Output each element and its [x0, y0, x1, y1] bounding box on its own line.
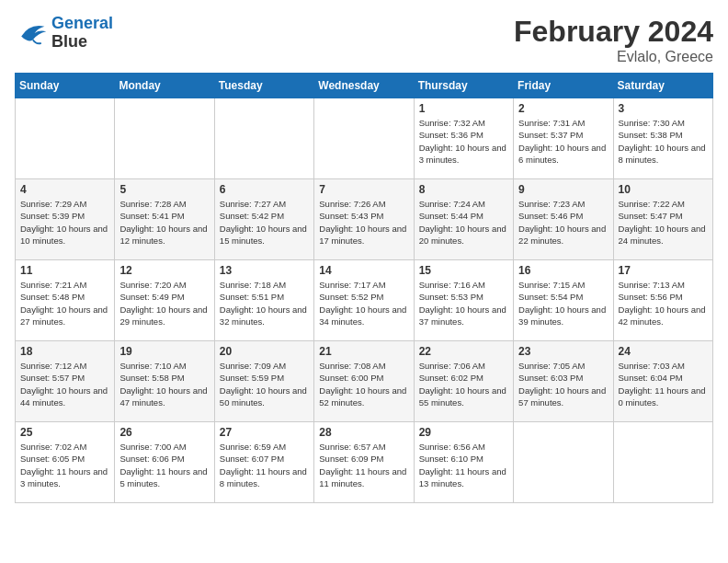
day-info: Sunrise: 7:00 AM Sunset: 6:06 PM Dayligh…	[119, 441, 209, 489]
day-number: 23	[518, 345, 608, 358]
day-info: Sunrise: 7:05 AM Sunset: 6:03 PM Dayligh…	[518, 360, 608, 408]
day-number: 16	[518, 264, 608, 277]
day-info: Sunrise: 7:23 AM Sunset: 5:46 PM Dayligh…	[518, 198, 608, 247]
calendar-cell: 24Sunrise: 7:03 AM Sunset: 6:04 PM Dayli…	[613, 341, 712, 422]
day-info: Sunrise: 7:06 AM Sunset: 6:02 PM Dayligh…	[419, 360, 508, 408]
calendar-cell: 19Sunrise: 7:10 AM Sunset: 5:58 PM Dayli…	[115, 341, 214, 422]
weekday-header: Sunday	[16, 74, 115, 98]
calendar-cell: 9Sunrise: 7:23 AM Sunset: 5:46 PM Daylig…	[514, 179, 613, 260]
logo-text: General Blue	[51, 15, 113, 52]
calendar-cell: 1Sunrise: 7:32 AM Sunset: 5:36 PM Daylig…	[414, 98, 513, 179]
weekday-row: SundayMondayTuesdayWednesdayThursdayFrid…	[16, 74, 713, 98]
day-number: 13	[220, 264, 309, 277]
calendar-cell: 12Sunrise: 7:20 AM Sunset: 5:49 PM Dayli…	[115, 260, 214, 341]
calendar-cell: 13Sunrise: 7:18 AM Sunset: 5:51 PM Dayli…	[214, 260, 313, 341]
calendar-week-row: 25Sunrise: 7:02 AM Sunset: 6:05 PM Dayli…	[16, 422, 713, 503]
calendar-cell: 21Sunrise: 7:08 AM Sunset: 6:00 PM Dayli…	[314, 341, 414, 422]
day-number: 24	[619, 345, 708, 358]
calendar-cell: 6Sunrise: 7:27 AM Sunset: 5:42 PM Daylig…	[214, 179, 313, 260]
day-number: 22	[419, 345, 508, 358]
day-number: 11	[20, 264, 109, 277]
weekday-header: Wednesday	[314, 74, 414, 98]
day-info: Sunrise: 6:57 AM Sunset: 6:09 PM Dayligh…	[319, 441, 408, 489]
day-number: 29	[419, 426, 508, 439]
calendar-cell: 17Sunrise: 7:13 AM Sunset: 5:56 PM Dayli…	[613, 260, 712, 341]
day-number: 10	[619, 183, 708, 196]
day-info: Sunrise: 7:22 AM Sunset: 5:47 PM Dayligh…	[619, 198, 708, 247]
day-info: Sunrise: 7:20 AM Sunset: 5:49 PM Dayligh…	[119, 279, 209, 327]
weekday-header: Friday	[514, 74, 613, 98]
day-number: 26	[119, 426, 209, 439]
day-number: 7	[319, 183, 408, 196]
day-info: Sunrise: 7:09 AM Sunset: 5:59 PM Dayligh…	[220, 360, 309, 408]
day-number: 21	[319, 345, 408, 358]
weekday-header: Saturday	[613, 74, 712, 98]
calendar-body: 1Sunrise: 7:32 AM Sunset: 5:36 PM Daylig…	[16, 98, 713, 503]
calendar-cell: 25Sunrise: 7:02 AM Sunset: 6:05 PM Dayli…	[16, 422, 115, 503]
calendar-cell	[115, 98, 214, 179]
calendar-title: February 2024	[514, 15, 713, 49]
day-info: Sunrise: 6:59 AM Sunset: 6:07 PM Dayligh…	[220, 441, 309, 489]
day-number: 9	[518, 183, 608, 196]
day-info: Sunrise: 7:08 AM Sunset: 6:00 PM Dayligh…	[319, 360, 408, 408]
calendar-cell: 23Sunrise: 7:05 AM Sunset: 6:03 PM Dayli…	[514, 341, 613, 422]
day-info: Sunrise: 7:16 AM Sunset: 5:53 PM Dayligh…	[419, 279, 508, 327]
calendar-cell	[16, 98, 115, 179]
day-info: Sunrise: 7:30 AM Sunset: 5:38 PM Dayligh…	[619, 117, 708, 166]
day-number: 5	[119, 183, 209, 196]
day-info: Sunrise: 7:21 AM Sunset: 5:48 PM Dayligh…	[20, 279, 109, 327]
page-header: General Blue February 2024 Evlalo, Greec…	[15, 15, 713, 65]
day-info: Sunrise: 7:29 AM Sunset: 5:39 PM Dayligh…	[20, 198, 109, 247]
calendar-cell: 26Sunrise: 7:00 AM Sunset: 6:06 PM Dayli…	[115, 422, 214, 503]
day-number: 20	[220, 345, 309, 358]
day-number: 6	[220, 183, 309, 196]
title-block: February 2024 Evlalo, Greece	[514, 15, 713, 65]
day-number: 14	[319, 264, 408, 277]
day-info: Sunrise: 7:12 AM Sunset: 5:57 PM Dayligh…	[20, 360, 109, 408]
logo-icon	[15, 19, 48, 47]
calendar-cell: 18Sunrise: 7:12 AM Sunset: 5:57 PM Dayli…	[16, 341, 115, 422]
day-number: 28	[319, 426, 408, 439]
calendar-cell	[613, 422, 712, 503]
day-info: Sunrise: 7:27 AM Sunset: 5:42 PM Dayligh…	[220, 198, 309, 247]
calendar-table: SundayMondayTuesdayWednesdayThursdayFrid…	[15, 73, 713, 503]
weekday-header: Monday	[115, 74, 214, 98]
calendar-cell: 10Sunrise: 7:22 AM Sunset: 5:47 PM Dayli…	[613, 179, 712, 260]
day-number: 25	[20, 426, 109, 439]
calendar-week-row: 18Sunrise: 7:12 AM Sunset: 5:57 PM Dayli…	[16, 341, 713, 422]
day-info: Sunrise: 7:26 AM Sunset: 5:43 PM Dayligh…	[319, 198, 408, 247]
calendar-cell: 7Sunrise: 7:26 AM Sunset: 5:43 PM Daylig…	[314, 179, 414, 260]
day-number: 17	[619, 264, 708, 277]
calendar-week-row: 1Sunrise: 7:32 AM Sunset: 5:36 PM Daylig…	[16, 98, 713, 179]
calendar-cell	[314, 98, 414, 179]
calendar-cell: 29Sunrise: 6:56 AM Sunset: 6:10 PM Dayli…	[414, 422, 513, 503]
weekday-header: Thursday	[414, 74, 513, 98]
calendar-cell: 27Sunrise: 6:59 AM Sunset: 6:07 PM Dayli…	[214, 422, 313, 503]
day-info: Sunrise: 7:28 AM Sunset: 5:41 PM Dayligh…	[119, 198, 209, 247]
calendar-cell: 8Sunrise: 7:24 AM Sunset: 5:44 PM Daylig…	[414, 179, 513, 260]
day-info: Sunrise: 7:15 AM Sunset: 5:54 PM Dayligh…	[518, 279, 608, 327]
day-info: Sunrise: 7:13 AM Sunset: 5:56 PM Dayligh…	[619, 279, 708, 327]
weekday-header: Tuesday	[214, 74, 313, 98]
day-info: Sunrise: 7:32 AM Sunset: 5:36 PM Dayligh…	[419, 117, 508, 166]
day-info: Sunrise: 7:31 AM Sunset: 5:37 PM Dayligh…	[518, 117, 608, 166]
logo: General Blue	[15, 15, 113, 52]
calendar-cell: 5Sunrise: 7:28 AM Sunset: 5:41 PM Daylig…	[115, 179, 214, 260]
calendar-week-row: 4Sunrise: 7:29 AM Sunset: 5:39 PM Daylig…	[16, 179, 713, 260]
calendar-cell: 4Sunrise: 7:29 AM Sunset: 5:39 PM Daylig…	[16, 179, 115, 260]
day-number: 15	[419, 264, 508, 277]
calendar-cell: 15Sunrise: 7:16 AM Sunset: 5:53 PM Dayli…	[414, 260, 513, 341]
day-number: 4	[20, 183, 109, 196]
day-number: 19	[119, 345, 209, 358]
day-number: 8	[419, 183, 508, 196]
day-number: 18	[20, 345, 109, 358]
calendar-cell: 16Sunrise: 7:15 AM Sunset: 5:54 PM Dayli…	[514, 260, 613, 341]
day-info: Sunrise: 7:17 AM Sunset: 5:52 PM Dayligh…	[319, 279, 408, 327]
calendar-cell: 11Sunrise: 7:21 AM Sunset: 5:48 PM Dayli…	[16, 260, 115, 341]
day-info: Sunrise: 7:18 AM Sunset: 5:51 PM Dayligh…	[220, 279, 309, 327]
calendar-subtitle: Evlalo, Greece	[514, 49, 713, 65]
day-number: 2	[518, 102, 608, 115]
calendar-cell: 14Sunrise: 7:17 AM Sunset: 5:52 PM Dayli…	[314, 260, 414, 341]
calendar-cell: 3Sunrise: 7:30 AM Sunset: 5:38 PM Daylig…	[613, 98, 712, 179]
day-number: 12	[119, 264, 209, 277]
